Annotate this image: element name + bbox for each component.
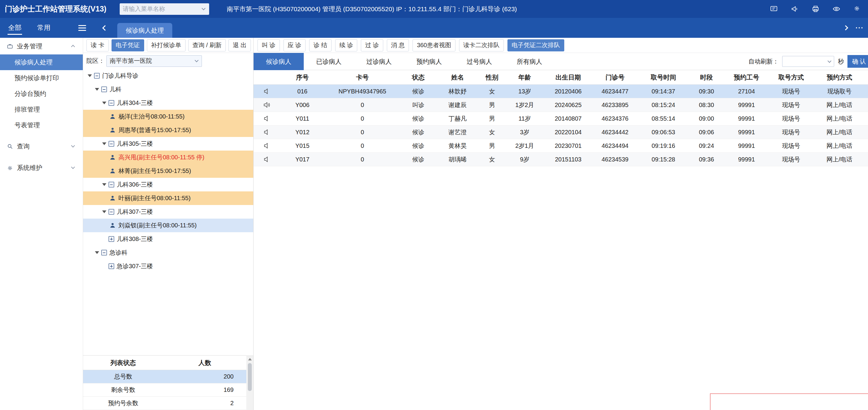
confirm-button[interactable]: 确 认	[847, 55, 868, 68]
tree-item[interactable]: 急诊307-三楼	[83, 259, 253, 273]
tree-expander-icon[interactable]	[102, 183, 106, 186]
toolbar-button[interactable]: 电子凭证二次排队	[507, 39, 564, 51]
toolbar-button[interactable]: 360患者视图	[412, 39, 455, 51]
sidebar-group[interactable]: 系统维护	[0, 159, 83, 176]
tree-expander-icon[interactable]	[95, 88, 99, 91]
patient-tab[interactable]: 候诊病人	[254, 53, 304, 70]
sidebar-group[interactable]: 业务管理	[0, 38, 83, 54]
chevron-right-icon[interactable]	[843, 25, 848, 31]
patient-tab[interactable]: 过诊病人	[354, 53, 404, 70]
tree-item[interactable]: 门诊儿科导诊	[83, 69, 253, 83]
stats-scrollbar[interactable]	[246, 356, 253, 410]
tree-item[interactable]: 叶丽(副主任号08:00-11:55)	[83, 192, 253, 205]
tree-expander-icon[interactable]	[102, 101, 106, 104]
tab-current-page[interactable]: 候诊病人处理	[117, 23, 172, 38]
expand-box-icon[interactable]	[108, 263, 114, 269]
eye-icon[interactable]	[832, 5, 840, 13]
patient-tab[interactable]: 所有病人	[504, 53, 555, 70]
toolbar-button[interactable]: 叫 诊	[257, 39, 280, 51]
toolbar-button[interactable]: 退 出	[228, 39, 251, 51]
stats-row[interactable]: 总号数200	[83, 370, 246, 383]
nav-tab[interactable]: 全部	[8, 18, 22, 38]
speaker-icon[interactable]	[263, 128, 271, 136]
toolbar-button[interactable]: 读卡二次排队	[459, 39, 504, 51]
tree-item[interactable]: 儿科	[83, 83, 253, 96]
toolbar-button[interactable]: 电子凭证	[112, 39, 144, 51]
sidebar-item[interactable]: 排班管理	[0, 101, 83, 117]
sidebar-item[interactable]: 分诊台预约	[0, 86, 83, 101]
toolbar-button[interactable]: 过 诊	[361, 39, 383, 51]
speaker-waves-icon[interactable]	[263, 101, 271, 109]
tree-expander-icon[interactable]	[102, 210, 106, 213]
printer-icon[interactable]	[811, 5, 819, 13]
table-cell: 20230701	[544, 142, 592, 149]
megaphone-icon[interactable]	[790, 5, 799, 13]
scroll-up-icon[interactable]	[248, 358, 252, 360]
toolbar-button[interactable]: 查询 / 刷新	[188, 39, 226, 51]
tree-item[interactable]: 儿科306-三楼	[83, 178, 253, 192]
expand-box-icon[interactable]	[108, 236, 114, 242]
table-cell: 2岁1月	[505, 142, 544, 150]
speaker-icon[interactable]	[263, 115, 271, 122]
tree-item[interactable]: 周惠琴(普通号15:00-17:55)	[83, 123, 253, 137]
toolbar-button[interactable]: 诊 结	[309, 39, 332, 51]
toolbar-button[interactable]: 应 诊	[283, 39, 306, 51]
menu-search-input[interactable]	[120, 5, 202, 12]
tree-item[interactable]: 儿科308-三楼	[83, 232, 253, 246]
stats-row[interactable]: 剩余号数169	[83, 383, 246, 397]
speaker-icon[interactable]	[263, 142, 271, 150]
patient-tab[interactable]: 预约病人	[404, 53, 454, 70]
speaker-icon[interactable]	[263, 87, 271, 95]
scrollbar-thumb[interactable]	[248, 363, 252, 391]
tree-expander-icon[interactable]	[102, 142, 106, 145]
collapse-box-icon[interactable]	[108, 182, 114, 187]
app-title: 门诊护士工作站管理系统(V13)	[5, 4, 106, 14]
tree-item[interactable]: 儿科305-三楼	[83, 137, 253, 151]
message-icon[interactable]	[770, 5, 778, 13]
auto-refresh-select[interactable]	[782, 56, 834, 67]
tree-item-label: 刘焱钗(副主任号08:00-11:55)	[119, 221, 197, 230]
sidebar-item[interactable]: 候诊病人处理	[0, 54, 83, 70]
sidebar-item[interactable]: 预约候诊单打印	[0, 70, 83, 86]
tree-item[interactable]: 儿科304-三楼	[83, 96, 253, 110]
tree-expander-icon[interactable]	[95, 251, 99, 254]
campus-select[interactable]: 南平市第一医院	[106, 55, 202, 67]
menu-search[interactable]	[120, 3, 209, 15]
toolbar-button[interactable]: 读 卡	[87, 39, 109, 51]
table-row[interactable]: Y0150候诊黄林昊男2岁1月202307014623449409:19:160…	[254, 139, 868, 153]
tree-item[interactable]: 杨洋(主治号08:00-11:55)	[83, 110, 253, 123]
tree-expander-icon[interactable]	[88, 75, 92, 77]
toolbar-button[interactable]: 补打候诊单	[147, 39, 186, 51]
table-row[interactable]: Y0170候诊胡瑀晞女9岁201511034623453909:15:2809:…	[254, 153, 868, 166]
tree-item[interactable]: 林菁(副主任号15:00-17:55)	[83, 164, 253, 178]
menu-icon[interactable]	[78, 25, 86, 31]
tree-item[interactable]: 高兴甩(副主任号08:00-11:55 停)	[83, 151, 253, 164]
tree-item[interactable]: 儿科307-三楼	[83, 205, 253, 218]
collapse-box-icon[interactable]	[108, 209, 114, 215]
table-row[interactable]: Y0060叫诊谢建辰男1岁2月202406254623389508:15:240…	[254, 98, 868, 112]
chevron-left-icon[interactable]	[102, 25, 107, 31]
speaker-icon[interactable]	[263, 155, 271, 163]
more-icon[interactable]	[856, 27, 863, 28]
patient-tab[interactable]: 已诊病人	[304, 53, 354, 70]
table-row[interactable]: Y0120候诊谢艺澄女3岁202201044623444209:06:5309:…	[254, 125, 868, 139]
collapse-box-icon[interactable]	[108, 141, 114, 147]
toolbar-button[interactable]: 续 诊	[335, 39, 358, 51]
table-row[interactable]: 016NPYBH49347965候诊林歆妤女13岁201204064623447…	[254, 85, 868, 98]
collapse-box-icon[interactable]	[108, 100, 114, 106]
gear-icon[interactable]	[853, 5, 861, 13]
sidebar-item[interactable]: 号表管理	[0, 117, 83, 133]
toolbar-button[interactable]: 消 息	[387, 39, 409, 51]
collapse-box-icon[interactable]	[94, 73, 100, 79]
table-cell: 08:15:24	[638, 101, 689, 109]
patient-tab[interactable]: 过号病人	[454, 53, 504, 70]
table-row[interactable]: Y0110候诊丁赫凡男11岁201408074623437608:55:1409…	[254, 112, 868, 125]
collapse-box-icon[interactable]	[101, 86, 107, 92]
tree-item[interactable]: 刘焱钗(副主任号08:00-11:55)	[83, 218, 253, 232]
collapse-box-icon[interactable]	[101, 250, 107, 256]
sidebar-group[interactable]: 查询	[0, 138, 83, 154]
chevron-down-icon[interactable]	[202, 6, 206, 10]
stats-row[interactable]: 预约号余数2	[83, 397, 246, 410]
tree-item[interactable]: 急诊科	[83, 246, 253, 259]
nav-tab[interactable]: 常用	[37, 18, 51, 38]
